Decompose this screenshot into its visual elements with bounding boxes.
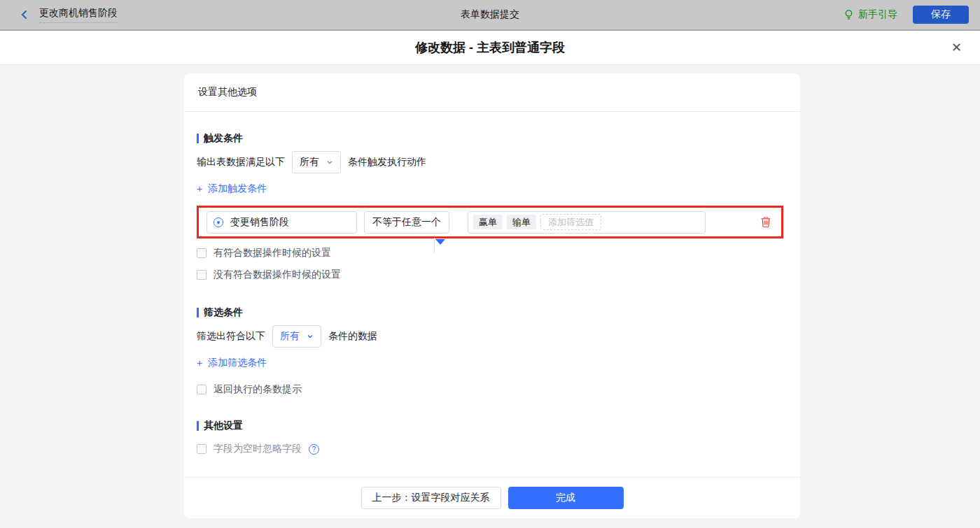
- filter-section-label: 筛选条件: [204, 306, 243, 319]
- options-panel: 设置其他选项 触发条件 输出表数据满足以下 所有 条件触发执行动作 + 添: [184, 73, 800, 518]
- chevron-down-icon: [326, 159, 333, 166]
- chevron-down-icon: [307, 333, 314, 340]
- no-match-setting-row: 没有符合数据操作时候的设置: [197, 269, 788, 281]
- add-trigger-condition-label: 添加触发条件: [208, 183, 267, 195]
- plus-icon: +: [197, 183, 202, 194]
- plus-icon: +: [197, 357, 202, 369]
- dropdown-edge-line: [434, 238, 435, 253]
- count-tip-label: 返回执行的条数提示: [214, 383, 302, 396]
- caret-down-indicator: [435, 239, 445, 245]
- previous-step-button[interactable]: 上一步：设置字段对应关系: [361, 487, 501, 509]
- trigger-match-value: 所有: [300, 156, 319, 169]
- dialog-title: 修改数据 - 主表到普通字段: [415, 39, 565, 56]
- top-bar: 更改商机销售阶段 表单数据提交 新手引导 保存: [0, 0, 980, 31]
- section-bar-icon: [197, 421, 199, 431]
- condition-field-select[interactable]: 变更销售阶段: [206, 211, 357, 234]
- trigger-sentence-prefix: 输出表数据满足以下: [197, 156, 285, 169]
- other-section-title: 其他设置: [197, 420, 788, 432]
- no-match-checkbox[interactable]: [197, 270, 206, 280]
- trigger-match-sentence: 输出表数据满足以下 所有 条件触发执行动作: [197, 151, 788, 173]
- value-tag[interactable]: 赢单: [473, 215, 503, 229]
- trigger-section-title: 触发条件: [197, 132, 788, 145]
- ignore-empty-label: 字段为空时忽略字段: [214, 443, 302, 455]
- trigger-condition-row-wrap: 变更销售阶段 不等于任意一个 赢单 输单 添加筛选值: [197, 206, 788, 238]
- done-button[interactable]: 完成: [508, 487, 624, 509]
- add-filter-condition-link[interactable]: + 添加筛选条件: [197, 357, 267, 369]
- trigger-section-label: 触发条件: [204, 132, 243, 145]
- workflow-name[interactable]: 更改商机销售阶段: [39, 7, 118, 23]
- back-button[interactable]: [18, 8, 31, 21]
- help-icon[interactable]: ?: [309, 444, 319, 455]
- ignore-empty-row: 字段为空时忽略字段 ?: [197, 443, 788, 455]
- count-tip-row: 返回执行的条数提示: [197, 383, 788, 396]
- panel-footer: 上一步：设置字段对应关系 完成: [184, 477, 800, 518]
- ignore-empty-checkbox[interactable]: [197, 444, 206, 454]
- other-section-label: 其他设置: [204, 420, 243, 432]
- beginner-guide-link[interactable]: 新手引导: [844, 8, 897, 21]
- has-match-checkbox[interactable]: [197, 248, 206, 258]
- trash-icon[interactable]: [760, 216, 771, 228]
- count-tip-checkbox[interactable]: [197, 385, 206, 394]
- panel-header: 设置其他选项: [184, 73, 800, 112]
- section-bar-icon: [197, 134, 199, 143]
- filter-sentence-suffix: 条件的数据: [328, 330, 377, 343]
- add-value-placeholder[interactable]: 添加筛选值: [540, 214, 601, 230]
- trigger-match-select[interactable]: 所有: [292, 151, 341, 173]
- panel-content: 触发条件 输出表数据满足以下 所有 条件触发执行动作 + 添加触发条件: [184, 112, 800, 477]
- condition-field-value: 变更销售阶段: [230, 216, 289, 229]
- condition-operator-select[interactable]: 不等于任意一个: [364, 211, 449, 234]
- save-button[interactable]: 保存: [913, 6, 969, 24]
- has-match-label: 有符合数据操作时候的设置: [214, 247, 331, 259]
- section-bar-icon: [197, 308, 199, 317]
- radio-field-icon: [214, 217, 223, 227]
- filter-match-value: 所有: [280, 330, 300, 343]
- page-title: 表单数据提交: [461, 8, 519, 21]
- close-icon[interactable]: ✕: [951, 41, 962, 54]
- lightbulb-icon: [844, 9, 854, 20]
- condition-values-input[interactable]: 赢单 输单 添加筛选值: [468, 211, 706, 234]
- trigger-sentence-suffix: 条件触发执行动作: [348, 156, 426, 169]
- has-match-setting-row: 有符合数据操作时候的设置: [197, 247, 788, 259]
- filter-match-sentence: 筛选出符合以下 所有 条件的数据: [197, 325, 788, 348]
- filter-match-select[interactable]: 所有: [272, 325, 321, 348]
- add-filter-condition-label: 添加筛选条件: [208, 357, 267, 369]
- filter-section-title: 筛选条件: [197, 306, 788, 319]
- beginner-guide-label: 新手引导: [858, 8, 897, 21]
- value-tag[interactable]: 输单: [507, 215, 536, 229]
- no-match-label: 没有符合数据操作时候的设置: [214, 269, 341, 281]
- filter-sentence-prefix: 筛选出符合以下: [197, 330, 265, 343]
- trigger-condition-row-highlight: 变更销售阶段 不等于任意一个 赢单 输单 添加筛选值: [197, 206, 783, 238]
- dialog-body: 设置其他选项 触发条件 输出表数据满足以下 所有 条件触发执行动作 + 添: [0, 65, 980, 528]
- chevron-left-icon: [18, 8, 31, 21]
- add-trigger-condition-link[interactable]: + 添加触发条件: [197, 183, 267, 195]
- condition-operator-value: 不等于任意一个: [372, 216, 441, 229]
- dialog-header: 修改数据 - 主表到普通字段 ✕: [0, 31, 980, 65]
